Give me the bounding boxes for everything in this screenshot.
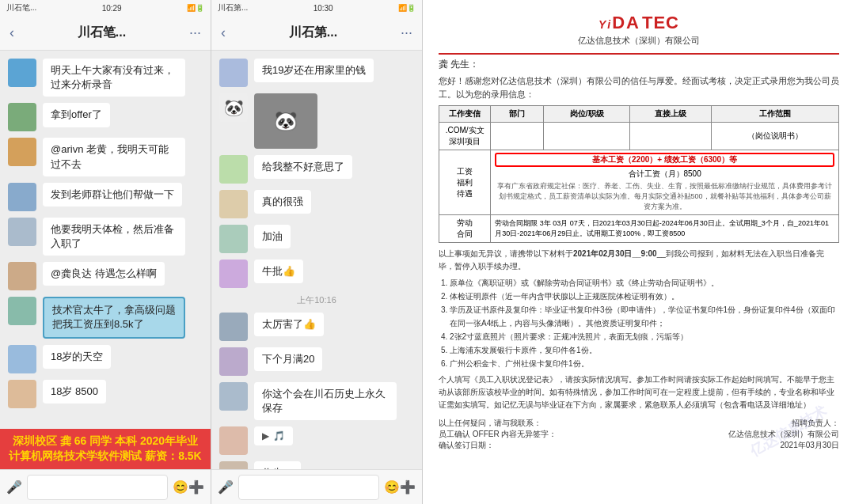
mic-icon-2[interactable]: 🎤 bbox=[218, 479, 234, 495]
chat-item: 真的很强 bbox=[211, 187, 422, 222]
logo-da: DA bbox=[612, 13, 640, 33]
bubble: 你牛。 bbox=[254, 461, 301, 469]
bubble: 下个月满20 bbox=[254, 347, 322, 371]
bubble: 加油 bbox=[254, 225, 291, 248]
more-button-1[interactable]: ··· bbox=[189, 25, 201, 41]
play-icon[interactable]: ▶ bbox=[262, 430, 269, 441]
bubble: 我19岁还在用家里的钱 bbox=[254, 59, 374, 82]
chat-item-highlight: 技术官太牛了，拿高级问题把我工资压到8.5k了 bbox=[0, 294, 211, 341]
list-item: 广州公积金卡、广州社保卡复印件1份。 bbox=[450, 357, 839, 370]
table-cell: （岗位说明书） bbox=[711, 123, 838, 150]
avatar bbox=[8, 218, 36, 246]
status-icons-1: 📶🔋 bbox=[187, 4, 204, 12]
avatar bbox=[8, 103, 36, 131]
avatar bbox=[219, 59, 248, 87]
chat-item: 18岁 8500 bbox=[0, 377, 211, 411]
responsible-label: 招聘负责人： bbox=[728, 418, 839, 429]
chat-item: 18岁的天空 bbox=[0, 342, 211, 377]
bubble: 拿到offer了 bbox=[43, 103, 110, 127]
image-bubble: 🐼 bbox=[254, 93, 317, 149]
phone-bottom-bar-1[interactable]: 🎤 😊 ➕ bbox=[0, 469, 211, 504]
avatar: 🐼 bbox=[219, 93, 248, 122]
banner-line1: 深圳校区 龚 66 同学 本科 2020年毕业 bbox=[3, 434, 207, 449]
plus-icon-2[interactable]: ➕ bbox=[400, 479, 416, 495]
mic-icon[interactable]: 🎤 bbox=[6, 479, 22, 495]
avatar bbox=[8, 380, 36, 408]
chat-timestamp: 上午10:16 bbox=[211, 294, 422, 306]
document-list: 原单位《离职证明》或《解除劳动合同证明书》或《终止劳动合同证明书》。 体检证明原… bbox=[439, 276, 839, 370]
emoji-icon-2[interactable]: 😊 bbox=[384, 479, 400, 495]
contract-cell: 劳动合同期限 3年 03月 07天，日2021年03月30日起-2024年06月… bbox=[491, 215, 839, 243]
chat-area-1: 明天上午大家有没有过来，过来分析录音 拿到offer了 @arivn 老黄，我明… bbox=[0, 51, 211, 469]
doc-intro: 您好！感谢您对亿达信息技术（深圳）有限公司的信任与厚爱。经面试考核，决定正式录用… bbox=[439, 74, 839, 100]
logo-yi: Y bbox=[598, 18, 606, 31]
bubble: 你这个会在川石历史上永久保存 bbox=[254, 382, 397, 420]
avatar bbox=[219, 313, 248, 341]
avatar bbox=[219, 426, 248, 455]
chat-item: 发到老师群让他们帮做一下 bbox=[0, 180, 211, 214]
time-2: 10:30 bbox=[314, 4, 333, 13]
benefits-note: 享有广东省政府规定社保：医疗、养老、工伤、失业、生育，按照最低标准缴纳行业规范，… bbox=[495, 181, 834, 212]
table-header: 直接上级 bbox=[630, 106, 711, 123]
voice-bubble: ▶ 🎵 bbox=[254, 426, 293, 445]
avatar bbox=[8, 138, 36, 166]
avatar bbox=[8, 297, 36, 325]
table-cell: .COM/实文深圳项目 bbox=[439, 123, 491, 150]
avatar bbox=[8, 59, 36, 87]
table-cell bbox=[491, 123, 544, 150]
emoji-icon[interactable]: 😊 bbox=[173, 479, 188, 495]
avatar bbox=[8, 262, 36, 290]
list-item: 上海浦东发展银行卡原件，复印件各1份。 bbox=[450, 343, 839, 357]
phone-bottom-bar-2[interactable]: 🎤 😊 ➕ bbox=[211, 469, 422, 504]
avatar bbox=[219, 225, 248, 253]
list-item: 体检证明原件（近一年内含甲状腺以上正规医院体检证明有效）。 bbox=[450, 290, 839, 303]
avatar bbox=[219, 155, 248, 184]
plus-icon[interactable]: ➕ bbox=[188, 479, 204, 495]
doc-header: Y i DA TEC 亿达信息技术（深圳）有限公司 bbox=[439, 13, 839, 47]
status-bar-2: 川石第... 10:30 📶🔋 bbox=[211, 0, 422, 16]
bubble: @龚良达 待遇怎么样啊 bbox=[43, 262, 165, 286]
bubble: 太厉害了👍 bbox=[254, 313, 324, 336]
chat-item: 你这个会在川石历史上永久保存 bbox=[211, 379, 422, 423]
table-header: 部门 bbox=[491, 106, 544, 123]
bubble: 他要我明天体检，然后准备入职了 bbox=[43, 218, 185, 256]
avatar bbox=[219, 260, 248, 288]
chat-item: 给我整不好意思了 bbox=[211, 152, 422, 187]
back-button-1[interactable]: ‹ bbox=[10, 25, 14, 41]
chat-item: 拿到offer了 bbox=[0, 100, 211, 135]
logo-i: i bbox=[607, 18, 610, 31]
chat-item: 你牛。 bbox=[211, 458, 422, 469]
table-header: 岗位/职级 bbox=[544, 106, 630, 123]
doc-greeting: 龚 先生： bbox=[439, 58, 839, 71]
bubble: 18岁的天空 bbox=[43, 345, 111, 369]
more-button-2[interactable]: ··· bbox=[401, 25, 412, 41]
banner-line2: 计算机网络技术学软件测试 薪资：8.5K bbox=[3, 449, 207, 464]
table-header: 工作范围 bbox=[711, 106, 838, 123]
time-1: 10:29 bbox=[102, 4, 122, 13]
status-icons-2: 📶🔋 bbox=[398, 4, 416, 12]
phone-panel-2: 川石第... 10:30 📶🔋 ‹ 川石第... ··· 我19岁还在用家里的钱… bbox=[211, 0, 423, 504]
table-header: 工作变信 bbox=[439, 106, 491, 123]
bottom-banner: 深圳校区 龚 66 同学 本科 2020年毕业 计算机网络技术学软件测试 薪资：… bbox=[0, 429, 211, 469]
input-area-2[interactable] bbox=[238, 475, 379, 500]
chat-item: 我19岁还在用家里的钱 bbox=[211, 55, 422, 90]
table-label: 工资福利待遇 bbox=[439, 150, 491, 215]
employee-label: 员工确认 OFFER 内容无异签字： bbox=[439, 429, 557, 440]
phone-header-2: ‹ 川石第... ··· bbox=[211, 16, 422, 51]
voice-duration: 🎵 bbox=[273, 430, 285, 441]
avatar bbox=[219, 190, 248, 218]
salary-highlight: 基本工资（2200）+ 绩效工资（6300）等 bbox=[495, 153, 834, 167]
table-label: 劳动合同 bbox=[439, 215, 491, 243]
chat-item: 加油 bbox=[211, 222, 422, 256]
doc-divider bbox=[439, 53, 839, 55]
phone-header-1: ‹ 川石笔... ··· bbox=[0, 16, 211, 51]
company-name: 亿达信息技术（深圳）有限公司 bbox=[578, 35, 700, 47]
back-button-2[interactable]: ‹ bbox=[221, 25, 226, 41]
company-logo: Y i DA TEC bbox=[598, 13, 679, 33]
salary-total: 合计工资（月）8500 bbox=[495, 169, 834, 180]
list-item: 2张2寸蓝底照片（照片要求：正规冲洗照片，表面无划痕，污垢等） bbox=[450, 330, 839, 343]
footer-right: 招聘负责人： 亿达信息技术（深圳）有限公司 2021年03月30日 bbox=[728, 418, 839, 451]
phone-panel-1: 川石笔... 10:29 📶🔋 ‹ 川石笔... ··· 明天上午大家有没有过来… bbox=[0, 0, 211, 504]
input-area[interactable] bbox=[27, 475, 168, 500]
chat-item: 明天上午大家有没有过来，过来分析录音 bbox=[0, 55, 211, 100]
